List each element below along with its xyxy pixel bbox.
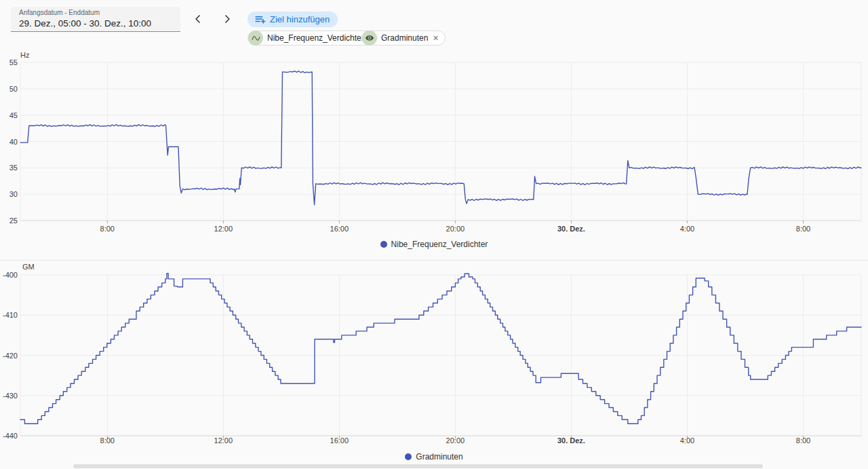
svg-text:12:00: 12:00: [214, 436, 233, 445]
svg-text:8:00: 8:00: [100, 436, 115, 445]
svg-text:30: 30: [9, 190, 18, 198]
svg-text:30. Dez.: 30. Dez.: [557, 436, 585, 445]
svg-text:12:00: 12:00: [214, 225, 233, 233]
horizontal-scrollbar[interactable]: [73, 464, 763, 468]
svg-text:45: 45: [9, 111, 18, 119]
svg-text:8:00: 8:00: [796, 225, 810, 233]
gradminuten-legend-label: Gradminuten: [416, 452, 462, 462]
frequency-legend-dot: [380, 241, 387, 248]
gradminuten-legend[interactable]: Gradminuten: [0, 452, 868, 462]
svg-text:55: 55: [9, 58, 18, 67]
svg-text:-400: -400: [3, 271, 18, 279]
svg-text:50: 50: [9, 85, 18, 93]
svg-text:4:00: 4:00: [680, 436, 694, 445]
charts-canvas: 555045403530258:0012:0016:0020:0030. Dez…: [0, 0, 868, 469]
svg-text:4:00: 4:00: [680, 225, 694, 233]
svg-text:8:00: 8:00: [100, 225, 115, 233]
frequency-legend[interactable]: Nibe_Frequenz_Verdichter: [0, 240, 868, 249]
svg-text:-410: -410: [3, 311, 18, 319]
statistics-page: Anfangsdatum - Enddatum 29. Dez., 05:00 …: [0, 0, 868, 469]
svg-text:25: 25: [9, 217, 18, 225]
gradminuten-chart-plot[interactable]: -400-410-420-430-4408:0012:0016:0020:003…: [3, 271, 861, 445]
gradminuten-legend-dot: [405, 453, 412, 460]
svg-text:16:00: 16:00: [330, 436, 349, 445]
svg-text:-440: -440: [3, 432, 18, 440]
svg-text:40: 40: [9, 138, 18, 146]
svg-text:16:00: 16:00: [330, 225, 349, 233]
svg-text:30. Dez.: 30. Dez.: [557, 225, 585, 233]
svg-text:-430: -430: [3, 392, 18, 400]
svg-text:20:00: 20:00: [446, 225, 465, 233]
svg-text:-420: -420: [3, 352, 18, 360]
frequency-legend-label: Nibe_Frequenz_Verdichter: [391, 240, 488, 249]
frequency-chart-plot[interactable]: 555045403530258:0012:0016:0020:0030. Dez…: [9, 58, 861, 233]
svg-text:35: 35: [9, 164, 18, 172]
chart-divider: [0, 260, 868, 261]
svg-text:8:00: 8:00: [796, 436, 810, 445]
svg-text:20:00: 20:00: [446, 436, 465, 445]
